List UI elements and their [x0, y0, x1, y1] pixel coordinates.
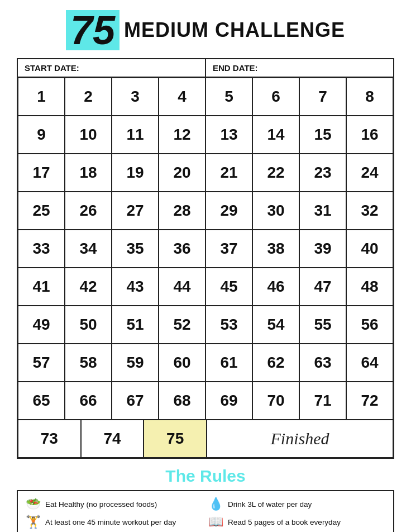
day-cell[interactable]: 35	[112, 230, 159, 268]
page-header: 75 MEDIUM CHALLENGE	[17, 10, 394, 50]
day-cell[interactable]: 51	[112, 306, 159, 344]
day-cell[interactable]: 29	[206, 192, 252, 230]
day-cell[interactable]: 2	[65, 78, 112, 116]
day-cell[interactable]: 20	[159, 154, 206, 192]
day-cell[interactable]: 16	[346, 116, 393, 154]
rule-item: 📖Read 5 pages of a book everyday	[208, 515, 385, 529]
day-cell[interactable]: 65	[18, 382, 65, 420]
day-cell[interactable]: 55	[299, 306, 346, 344]
day-cell[interactable]: 11	[112, 116, 159, 154]
day-cell[interactable]: 38	[252, 230, 299, 268]
day-cell[interactable]: 19	[112, 154, 159, 192]
header-number: 75	[66, 10, 120, 50]
day-cell[interactable]: 74	[81, 420, 144, 458]
day-cell[interactable]: 30	[252, 192, 299, 230]
day-cell[interactable]: 4	[159, 78, 206, 116]
grid-row: 4950515253545556	[18, 306, 393, 344]
day-cell[interactable]: 46	[252, 268, 299, 306]
day-cell[interactable]: 69	[206, 382, 252, 420]
day-cell[interactable]: 50	[65, 306, 112, 344]
day-cell[interactable]: 15	[299, 116, 346, 154]
rules-box: 🥗Eat Healthy (no processed foods)💧Drink …	[17, 490, 394, 532]
day-cell[interactable]: 22	[252, 154, 299, 192]
day-cell[interactable]: 10	[65, 116, 112, 154]
day-cell[interactable]: 21	[206, 154, 252, 192]
day-cell[interactable]: 44	[159, 268, 206, 306]
day-cell[interactable]: 31	[299, 192, 346, 230]
day-cell[interactable]: 60	[159, 344, 206, 382]
day-cell[interactable]: 66	[65, 382, 112, 420]
day-cell[interactable]: 47	[299, 268, 346, 306]
day-cell[interactable]: 13	[206, 116, 252, 154]
header-title: MEDIUM CHALLENGE	[124, 18, 345, 42]
day-cell[interactable]: 63	[299, 344, 346, 382]
day-cell[interactable]: 54	[252, 306, 299, 344]
day-cell[interactable]: 36	[159, 230, 206, 268]
grid-row: 1718192021222324	[18, 154, 393, 192]
day-cell[interactable]: 70	[252, 382, 299, 420]
day-cell[interactable]: 14	[252, 116, 299, 154]
day-cell[interactable]: 37	[206, 230, 252, 268]
day-cell[interactable]: 48	[346, 268, 393, 306]
day-cell[interactable]: 72	[346, 382, 393, 420]
day-cell[interactable]: 59	[112, 344, 159, 382]
day-cell[interactable]: 45	[206, 268, 252, 306]
grid-row: 3334353637383940	[18, 230, 393, 268]
day-cell[interactable]: 28	[159, 192, 206, 230]
day-cell[interactable]: 75	[144, 420, 207, 458]
day-cell[interactable]: 8	[346, 78, 393, 116]
day-cell[interactable]: 6	[252, 78, 299, 116]
rule-text: Read 5 pages of a book everyday	[228, 518, 341, 526]
date-row: START DATE: END DATE:	[17, 58, 394, 78]
day-cell[interactable]: 39	[299, 230, 346, 268]
day-cell[interactable]: 43	[112, 268, 159, 306]
day-cell[interactable]: 64	[346, 344, 393, 382]
day-cell[interactable]: 25	[18, 192, 65, 230]
day-cell[interactable]: 56	[346, 306, 393, 344]
day-cell[interactable]: 26	[65, 192, 112, 230]
day-cell[interactable]: 53	[206, 306, 252, 344]
grid-row: 2526272829303132	[18, 192, 393, 230]
day-cell[interactable]: 52	[159, 306, 206, 344]
day-cell[interactable]: 42	[65, 268, 112, 306]
day-cell[interactable]: 62	[252, 344, 299, 382]
rule-icon: 💧	[208, 497, 223, 511]
day-cell[interactable]: 7	[299, 78, 346, 116]
rule-icon: 📖	[208, 515, 223, 529]
day-cell[interactable]: 17	[18, 154, 65, 192]
grid-row: 12345678	[18, 78, 393, 116]
day-cell[interactable]: 73	[18, 420, 81, 458]
day-cell[interactable]: 5	[206, 78, 252, 116]
day-cell[interactable]: 27	[112, 192, 159, 230]
end-date-label: END DATE:	[206, 59, 393, 77]
day-cell[interactable]: 18	[65, 154, 112, 192]
grid-last-row: 737475Finished	[18, 420, 393, 458]
day-grid: 1234567891011121314151617181920212223242…	[17, 78, 394, 459]
rule-item: 🏋️At least one 45 minute workout per day	[26, 515, 203, 529]
day-cell[interactable]: 24	[346, 154, 393, 192]
day-cell[interactable]: 71	[299, 382, 346, 420]
day-cell[interactable]: 32	[346, 192, 393, 230]
day-cell[interactable]: 12	[159, 116, 206, 154]
day-cell[interactable]: 68	[159, 382, 206, 420]
day-cell[interactable]: 41	[18, 268, 65, 306]
day-cell[interactable]: 61	[206, 344, 252, 382]
start-date-label: START DATE:	[18, 59, 206, 77]
day-cell[interactable]: 67	[112, 382, 159, 420]
day-cell[interactable]: 1	[18, 78, 65, 116]
day-cell[interactable]: 57	[18, 344, 65, 382]
day-cell[interactable]: 40	[346, 230, 393, 268]
rules-title: The Rules	[165, 467, 245, 486]
day-cell[interactable]: 34	[65, 230, 112, 268]
rule-item: 💧Drink 3L of water per day	[208, 497, 385, 511]
day-cell[interactable]: 33	[18, 230, 65, 268]
grid-row: 5758596061626364	[18, 344, 393, 382]
finished-cell: Finished	[207, 420, 393, 458]
day-cell[interactable]: 58	[65, 344, 112, 382]
grid-row: 4142434445464748	[18, 268, 393, 306]
rule-icon: 🏋️	[26, 515, 41, 529]
day-cell[interactable]: 23	[299, 154, 346, 192]
day-cell[interactable]: 49	[18, 306, 65, 344]
day-cell[interactable]: 9	[18, 116, 65, 154]
day-cell[interactable]: 3	[112, 78, 159, 116]
